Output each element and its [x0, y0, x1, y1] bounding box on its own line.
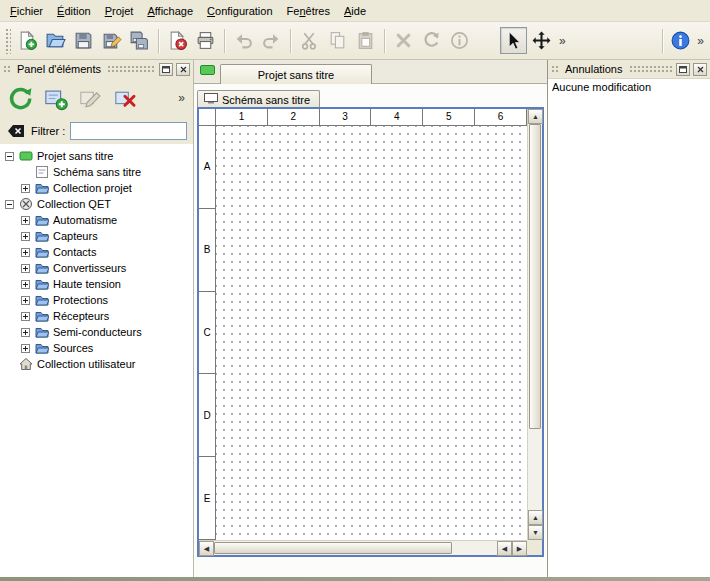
element-info-button[interactable] — [446, 27, 473, 54]
schema-sheet: 1 2 3 4 5 6 A B C D — [199, 109, 527, 540]
scroll-left-button[interactable] — [497, 541, 512, 556]
annulations-title: Annulations — [562, 63, 626, 75]
tree-item-collection-utilisateur[interactable]: Collection utilisateur — [0, 356, 193, 372]
clear-filter-button[interactable] — [6, 122, 26, 140]
close-panel-button[interactable] — [693, 63, 707, 76]
scroll-down-button[interactable] — [528, 525, 543, 540]
tree-item-capteurs[interactable]: Capteurs — [0, 228, 193, 244]
menu-configuration[interactable]: Configuration — [200, 2, 279, 20]
filter-input[interactable] — [70, 122, 187, 140]
schema-canvas[interactable] — [216, 126, 527, 540]
horizontal-scroll-thumb[interactable] — [214, 542, 452, 554]
paste-button[interactable] — [352, 27, 379, 54]
menu-fichier[interactable]: Fichier — [3, 2, 50, 20]
tree-item-recepteurs[interactable]: Récepteurs — [0, 308, 193, 324]
select-tool-button[interactable] — [500, 27, 527, 54]
tree-item-collection-projet[interactable]: Collection projet — [0, 180, 193, 196]
panel-overflow-chevron[interactable]: » — [175, 91, 188, 105]
scroll-left-button[interactable] — [199, 541, 214, 556]
tree-item-sources[interactable]: Sources — [0, 340, 193, 356]
tree-item-contacts[interactable]: Contacts — [0, 244, 193, 260]
menu-affichage[interactable]: Affichage — [140, 2, 200, 20]
print-button[interactable] — [192, 27, 219, 54]
tree-item-haute-tension[interactable]: Haute tension — [0, 276, 193, 292]
redo-button[interactable] — [258, 27, 285, 54]
menu-fenetres[interactable]: Fenêtres — [280, 2, 337, 20]
cut-button[interactable] — [296, 27, 323, 54]
dock-grip[interactable] — [107, 65, 156, 73]
expand-expander-icon[interactable] — [21, 296, 30, 305]
save-as-button[interactable] — [98, 27, 125, 54]
edit-element-icon — [78, 86, 103, 111]
filter-row: Filtrer : — [0, 118, 193, 144]
scroll-up-button[interactable] — [528, 510, 543, 525]
dock-grip[interactable] — [3, 65, 11, 73]
vertical-scroll-track[interactable] — [528, 124, 542, 510]
about-info-icon — [670, 30, 691, 51]
rotate-button[interactable] — [418, 27, 445, 54]
folder-icon — [34, 325, 49, 339]
about-qet-button[interactable] — [667, 27, 694, 54]
tree-item-protections[interactable]: Protections — [0, 292, 193, 308]
expand-expander-icon[interactable] — [21, 216, 30, 225]
expand-expander-icon[interactable] — [21, 312, 30, 321]
edit-element-button[interactable] — [75, 83, 105, 113]
new-document-button[interactable] — [14, 27, 41, 54]
ruler-column: 5 — [423, 109, 475, 125]
scroll-up-button[interactable] — [528, 109, 543, 124]
tree-item-label: Protections — [53, 294, 108, 306]
expand-expander-icon[interactable] — [21, 248, 30, 257]
column-ruler: 1 2 3 4 5 6 — [216, 109, 527, 126]
expand-expander-icon[interactable] — [21, 280, 30, 289]
dock-grip[interactable] — [629, 65, 674, 73]
annulations-titlebar[interactable]: Annulations — [548, 60, 710, 78]
undo-button[interactable] — [230, 27, 257, 54]
vertical-scroll-thumb[interactable] — [529, 124, 541, 429]
dock-grip[interactable] — [551, 65, 559, 73]
tree-item-project[interactable]: Projet sans titre — [0, 148, 193, 164]
expand-expander-icon[interactable] — [21, 232, 30, 241]
tree-item-label: Projet sans titre — [37, 150, 113, 162]
expand-expander-icon[interactable] — [21, 264, 30, 273]
move-tool-button[interactable] — [528, 27, 555, 54]
expand-expander-icon[interactable] — [21, 344, 30, 353]
toolbar-overflow-chevron[interactable]: » — [556, 34, 569, 48]
reload-collections-button[interactable] — [5, 83, 35, 113]
expand-expander-icon[interactable] — [21, 328, 30, 337]
collapse-expander-icon[interactable] — [5, 152, 14, 161]
tree-item-convertisseurs[interactable]: Convertisseurs — [0, 260, 193, 276]
open-project-button[interactable] — [42, 27, 69, 54]
schema-horizontal-scrollbar[interactable] — [199, 540, 527, 555]
float-panel-button[interactable] — [676, 63, 690, 76]
delete-element-button[interactable] — [110, 83, 140, 113]
expand-expander-icon[interactable] — [21, 184, 30, 193]
tab-schema-sans-titre[interactable]: Schéma sans titre — [197, 90, 320, 108]
copy-button[interactable] — [324, 27, 351, 54]
menu-edition[interactable]: Édition — [50, 2, 98, 20]
elements-panel-titlebar[interactable]: Panel d'éléments — [0, 60, 193, 78]
save-all-button[interactable] — [126, 27, 153, 54]
undo-history-empty-item[interactable]: Aucune modification — [548, 79, 710, 95]
close-document-button[interactable] — [164, 27, 191, 54]
help-overflow-chevron[interactable]: » — [694, 34, 707, 48]
tree-item-schema[interactable]: Schéma sans titre — [0, 164, 193, 180]
menu-projet[interactable]: Projet — [98, 2, 141, 20]
folder-icon — [34, 309, 49, 323]
tree-item-collection-qet[interactable]: Collection QET — [0, 196, 193, 212]
save-button[interactable] — [70, 27, 97, 54]
horizontal-scroll-track[interactable] — [214, 541, 497, 555]
scroll-right-button[interactable] — [512, 541, 527, 556]
tree-item-semi-conducteurs[interactable]: Semi-conducteurs — [0, 324, 193, 340]
tab-projet-sans-titre[interactable]: Projet sans titre — [220, 64, 372, 84]
tree-item-label: Haute tension — [53, 278, 121, 290]
delete-button[interactable] — [390, 27, 417, 54]
close-panel-button[interactable] — [176, 63, 190, 76]
collapse-expander-icon[interactable] — [5, 200, 14, 209]
schema-vertical-scrollbar[interactable] — [527, 109, 542, 540]
menu-aide[interactable]: Aide — [337, 2, 373, 20]
float-panel-button[interactable] — [159, 63, 173, 76]
new-element-button[interactable] — [40, 83, 70, 113]
toolbar-grip[interactable] — [5, 28, 11, 54]
folder-icon — [34, 181, 49, 195]
tree-item-automatisme[interactable]: Automatisme — [0, 212, 193, 228]
